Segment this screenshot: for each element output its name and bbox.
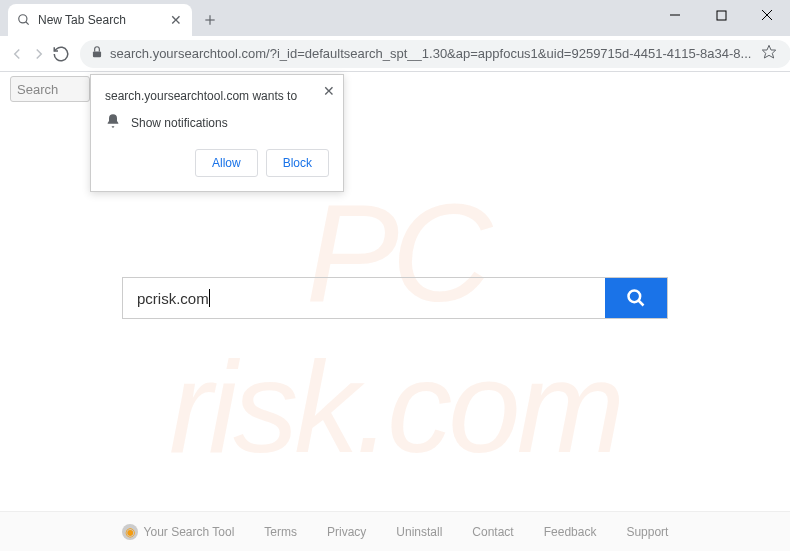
brand-name: Your Search Tool [144,525,235,539]
new-tab-button[interactable] [196,6,224,34]
back-button[interactable] [8,40,26,68]
page-content: Search ✕ search.yoursearchtool.com wants… [0,72,790,551]
search-button[interactable] [605,278,667,318]
svg-line-1 [26,22,29,25]
main-search-box: pcrisk.com [122,277,668,319]
close-window-button[interactable] [744,0,790,30]
svg-point-16 [629,291,641,303]
notification-body: Show notifications [131,116,228,130]
close-icon[interactable]: ✕ [323,83,335,99]
footer-brand: ◉ Your Search Tool [122,524,235,540]
minimize-button[interactable] [652,0,698,30]
brand-icon: ◉ [122,524,138,540]
url-text: search.yoursearchtool.com/?i_id=defaults… [110,46,751,61]
footer-link-privacy[interactable]: Privacy [327,525,366,539]
svg-line-17 [639,301,644,306]
tab-title: New Tab Search [38,13,162,27]
bell-icon [105,113,121,133]
footer-link-contact[interactable]: Contact [472,525,513,539]
notification-popup: ✕ search.yoursearchtool.com wants to Sho… [90,74,344,192]
browser-tab[interactable]: New Tab Search ✕ [8,4,192,36]
text-cursor [209,289,210,307]
footer-link-uninstall[interactable]: Uninstall [396,525,442,539]
page-footer: ◉ Your Search Tool Terms Privacy Uninsta… [0,511,790,551]
block-button[interactable]: Block [266,149,329,177]
search-icon [16,12,32,28]
footer-link-terms[interactable]: Terms [264,525,297,539]
allow-button[interactable]: Allow [195,149,258,177]
search-value: pcrisk.com [137,290,209,307]
search-input[interactable]: pcrisk.com [123,278,605,318]
close-icon[interactable]: ✕ [168,12,184,28]
lock-icon [90,45,104,63]
svg-point-0 [19,15,27,23]
svg-rect-8 [93,51,101,57]
reload-button[interactable] [52,40,70,68]
watermark: risk.com [169,332,621,482]
forward-button[interactable] [30,40,48,68]
window-controls [652,0,790,30]
maximize-button[interactable] [698,0,744,30]
browser-toolbar: search.yoursearchtool.com/?i_id=defaults… [0,36,790,72]
notification-title: search.yoursearchtool.com wants to [105,89,329,103]
address-bar[interactable]: search.yoursearchtool.com/?i_id=defaults… [80,40,790,68]
bookmark-icon[interactable] [757,44,781,64]
footer-link-feedback[interactable]: Feedback [544,525,597,539]
svg-marker-9 [763,45,776,58]
footer-link-support[interactable]: Support [626,525,668,539]
top-search-input[interactable]: Search [10,76,90,102]
svg-rect-5 [717,11,726,20]
titlebar: New Tab Search ✕ [0,0,790,36]
